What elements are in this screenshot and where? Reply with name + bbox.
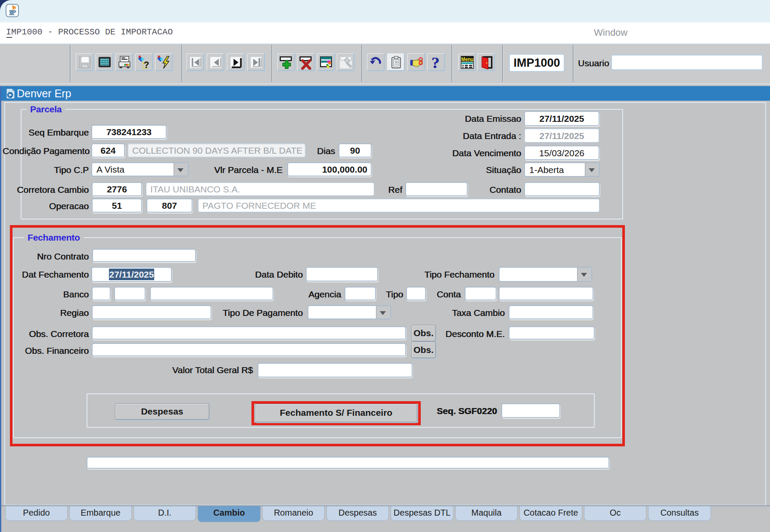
svg-text:?: ? xyxy=(144,60,149,70)
svg-text:?: ? xyxy=(432,55,440,70)
svg-text:Menu: Menu xyxy=(461,56,473,62)
